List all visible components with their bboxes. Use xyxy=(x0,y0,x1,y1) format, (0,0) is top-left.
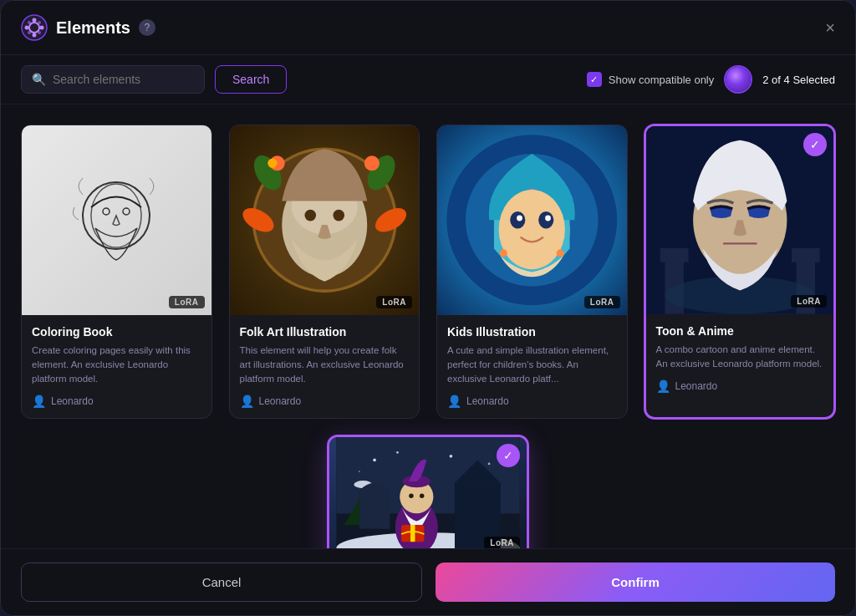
avatar-image xyxy=(726,67,751,92)
svg-point-4 xyxy=(25,26,29,30)
svg-point-35 xyxy=(500,249,507,257)
card-image-kids: LoRA xyxy=(437,125,627,315)
svg-point-62 xyxy=(450,455,453,458)
card-body-folk: Folk Art Illustration This element will … xyxy=(230,315,420,419)
lora-badge-toon: LoRA xyxy=(791,295,827,308)
svg-point-56 xyxy=(409,494,413,498)
elements-logo-icon xyxy=(21,14,48,41)
avatar xyxy=(724,65,752,94)
elements-modal: Elements ? × 🔍 Search Show compatible on… xyxy=(0,0,856,616)
card-author-folk: 👤 Leonardo xyxy=(240,395,410,408)
kids-illustration xyxy=(437,125,627,315)
modal-header: Elements ? × xyxy=(1,1,855,55)
svg-point-36 xyxy=(557,249,564,257)
card-desc-coloring: Create coloring pages easily with this e… xyxy=(32,344,201,387)
svg-point-34 xyxy=(545,216,551,221)
compatible-toggle[interactable]: Show compatible only xyxy=(587,72,714,87)
card-title-coloring: Coloring Book xyxy=(32,325,201,339)
close-button[interactable]: × xyxy=(825,19,835,36)
card-folk-art[interactable]: LoRA Folk Art Illustration This element … xyxy=(229,125,420,419)
lora-badge-vintage: LoRA xyxy=(484,537,520,548)
svg-point-12 xyxy=(103,208,110,215)
folk-art-illustration xyxy=(230,125,420,315)
search-button[interactable]: Search xyxy=(215,65,287,94)
toon-anime-illustration xyxy=(646,126,834,314)
card-image-folk-art: LoRA xyxy=(230,125,420,315)
card-desc-folk: This element will help you create folk a… xyxy=(240,344,410,387)
card-author-coloring: 👤 Leonardo xyxy=(32,395,201,408)
cancel-button[interactable]: Cancel xyxy=(21,563,422,602)
svg-point-9 xyxy=(38,31,41,34)
card-title-toon: Toon & Anime xyxy=(656,324,824,338)
svg-point-22 xyxy=(333,210,344,221)
svg-point-64 xyxy=(359,471,360,472)
help-button[interactable]: ? xyxy=(139,19,155,36)
svg-point-21 xyxy=(304,210,316,221)
card-image-toon: LoRA xyxy=(646,126,834,314)
svg-point-6 xyxy=(28,21,31,24)
card-toon-anime[interactable]: ✓ xyxy=(645,125,836,419)
search-bar-right: Show compatible only 2 of 4 Selected xyxy=(587,65,835,94)
card-title-kids: Kids Illustration xyxy=(447,325,617,339)
svg-point-2 xyxy=(33,18,37,23)
svg-rect-59 xyxy=(410,525,415,542)
modal-title: Elements xyxy=(56,18,130,38)
card-coloring-book[interactable]: LoRA Coloring Book Create coloring pages… xyxy=(21,125,212,419)
svg-point-24 xyxy=(364,155,379,171)
svg-point-61 xyxy=(396,451,399,454)
card-image-coloring-book: LoRA xyxy=(22,125,211,315)
cards-grid: LoRA Coloring Book Create coloring pages… xyxy=(21,125,835,419)
card-title-folk: Folk Art Illustration xyxy=(240,325,410,339)
card-author-kids: 👤 Leonardo xyxy=(447,395,617,408)
svg-point-33 xyxy=(517,216,522,221)
svg-point-57 xyxy=(420,494,424,498)
card-desc-kids: A cute and simple illustration element, … xyxy=(447,344,617,387)
svg-point-63 xyxy=(488,463,491,466)
selected-count: 2 of 4 Selected xyxy=(762,74,835,86)
lora-badge-coloring: LoRA xyxy=(169,296,205,308)
svg-rect-52 xyxy=(359,491,390,529)
search-input[interactable] xyxy=(53,73,194,86)
card-kids[interactable]: LoRA Kids Illustration A cute and simple… xyxy=(436,125,628,419)
card-vintage-christmas[interactable]: ✓ xyxy=(328,435,528,548)
svg-point-8 xyxy=(28,31,31,34)
search-icon: 🔍 xyxy=(32,73,46,86)
card-body-coloring: Coloring Book Create coloring pages easi… xyxy=(22,315,211,419)
card-body-kids: Kids Illustration A cute and simple illu… xyxy=(437,315,627,419)
confirm-button[interactable]: Confirm xyxy=(436,563,835,602)
card-author-toon: 👤 Leonardo xyxy=(656,379,824,393)
svg-rect-40 xyxy=(660,248,688,262)
card-body-toon: Toon & Anime A combo cartoon and anime e… xyxy=(646,314,834,404)
lora-badge-kids: LoRA xyxy=(584,296,620,308)
svg-point-60 xyxy=(373,459,376,462)
lora-badge-folk: LoRA xyxy=(376,296,412,308)
second-row: ✓ xyxy=(21,435,835,548)
search-input-wrapper: 🔍 xyxy=(21,65,205,94)
modal-footer: Cancel Confirm xyxy=(1,548,855,615)
author-icon-coloring: 👤 xyxy=(32,395,46,408)
svg-rect-41 xyxy=(791,248,819,262)
svg-point-13 xyxy=(123,208,130,215)
svg-point-5 xyxy=(40,26,44,30)
card-desc-toon: A combo cartoon and anime element. An ex… xyxy=(656,343,824,372)
svg-point-7 xyxy=(38,21,41,24)
compatible-label: Show compatible only xyxy=(609,74,714,86)
svg-point-25 xyxy=(268,159,277,168)
content-area: LoRA Coloring Book Create coloring pages… xyxy=(1,104,855,548)
author-icon-kids: 👤 xyxy=(447,395,461,408)
search-bar: 🔍 Search Show compatible only 2 of 4 Sel… xyxy=(1,55,855,104)
author-icon-folk: 👤 xyxy=(240,395,254,408)
svg-point-30 xyxy=(499,190,565,269)
author-icon-toon: 👤 xyxy=(656,379,670,393)
compatible-checkbox[interactable] xyxy=(587,72,602,87)
coloring-book-illustration xyxy=(66,170,166,270)
svg-point-3 xyxy=(33,33,37,38)
selected-check-toon: ✓ xyxy=(803,133,827,156)
